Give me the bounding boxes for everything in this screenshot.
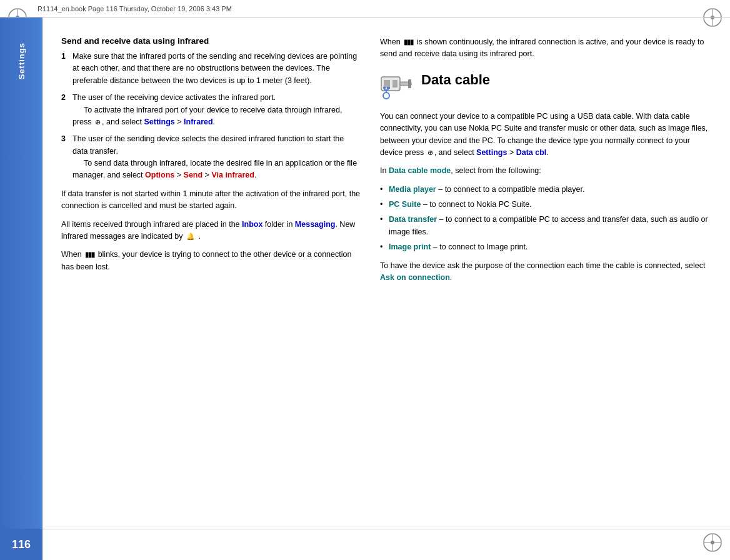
sidebar: Settings	[0, 18, 42, 529]
page-number: 116	[0, 529, 42, 560]
svg-rect-17	[384, 80, 390, 88]
bullet-dot-3: •	[380, 241, 385, 253]
intro-before: When	[380, 38, 401, 46]
menu-icon-2: ⊕	[95, 117, 101, 128]
bullet-link-3: Image print	[389, 242, 431, 251]
svg-rect-27	[387, 87, 390, 89]
step-3-sep2: >	[205, 171, 212, 179]
bullet-link-1: PC Suite	[389, 200, 421, 209]
dc-link2: Data cbl	[516, 148, 547, 157]
mode-link: Data cable mode	[389, 166, 451, 175]
step-2-sep: >	[177, 118, 184, 126]
para2: All items received through infrared are …	[61, 219, 361, 243]
bullet-text-1: PC Suite – to connect to Nokia PC Suite.	[389, 199, 532, 211]
data-cable-para1: You can connect your device to a compati…	[380, 111, 711, 159]
step-1: 1 Make sure that the infrared ports of t…	[61, 51, 361, 87]
dc-link1: Settings	[476, 148, 507, 157]
data-cable-title-area: Data cable	[421, 72, 490, 88]
data-cable-title: Data cable	[421, 72, 490, 88]
bullet-item-1: • PC Suite – to connect to Nokia PC Suit…	[380, 199, 711, 211]
step-2-link1: Settings	[144, 118, 174, 126]
bullet-dot-1: •	[380, 199, 385, 211]
bullet-desc-2: – to connect to a compatible PC to acces…	[389, 215, 708, 236]
header-text: R1114_en.book Page 116 Thursday, October…	[38, 5, 232, 12]
para3: When ▮▮▮ blinks, your device is trying t…	[61, 249, 361, 273]
para2-link1: Inbox	[242, 220, 262, 229]
infrared-blink-icon: ▮▮▮	[85, 249, 94, 260]
mode-para: In Data cable mode, select from the foll…	[380, 165, 711, 177]
step-3-link2: Send	[184, 171, 203, 179]
step-2-instruction: To activate the infrared port of your de…	[72, 106, 342, 126]
para2-before: All items received through infrared are …	[61, 220, 242, 229]
bullet-text-2: Data transfer – to connect to a compatib…	[389, 214, 711, 238]
closing-para: To have the device ask the purpose of th…	[380, 260, 711, 284]
step-3-content: The user of the sending device selects t…	[72, 133, 361, 182]
bullet-item-0: • Media player – to connect to a compati…	[380, 184, 711, 196]
para2-mid: folder in	[262, 220, 294, 229]
step-3-text-before: The user of the sending device selects t…	[72, 134, 344, 155]
infrared-active-icon: ▮▮▮	[404, 37, 413, 48]
section-title: Send and receive data using infrared	[61, 36, 361, 46]
step-3-num: 3	[61, 133, 69, 182]
bullet-desc-0: – to connect to a compatible media playe…	[436, 185, 585, 194]
main-content: Send and receive data using infrared 1 M…	[42, 18, 730, 529]
closing-after: .	[450, 273, 452, 282]
bullet-desc-3: – to connect to Image print.	[431, 242, 528, 251]
svg-rect-20	[408, 79, 411, 88]
step-2-text-before: The user of the receiving device activat…	[72, 93, 276, 102]
step-1-text: Make sure that the infrared ports of the…	[72, 51, 361, 87]
step-1-num: 1	[61, 51, 69, 87]
bullet-text-0: Media player – to connect to a compatibl…	[389, 184, 584, 196]
step-3: 3 The user of the sending device selects…	[61, 133, 361, 182]
bullet-link-2: Data transfer	[389, 215, 437, 224]
bullet-text-3: Image print – to connect to Image print.	[389, 241, 528, 253]
data-cable-icon	[380, 72, 412, 104]
step-2: 2 The user of the receiving device activ…	[61, 92, 361, 128]
para3-before: When	[61, 250, 82, 259]
step-3-period: .	[254, 171, 256, 179]
svg-rect-26	[383, 87, 386, 89]
right-column: When ▮▮▮ is shown continuously, the infr…	[380, 36, 711, 516]
svg-rect-18	[392, 80, 398, 88]
sidebar-label: Settings	[17, 42, 26, 79]
bullet-item-2: • Data transfer – to connect to a compat…	[380, 214, 711, 238]
step-3-link1: Options	[145, 171, 174, 179]
svg-point-21	[383, 92, 389, 99]
para3-after: blinks, your device is trying to connect…	[61, 250, 351, 271]
header-bar: R1114_en.book Page 116 Thursday, October…	[0, 0, 730, 18]
menu-icon-dc: ⊕	[428, 148, 433, 158]
step-2-period: .	[213, 118, 215, 126]
dc-sep: >	[509, 148, 516, 157]
mode-after: , select from the following:	[451, 166, 541, 175]
intro-para: When ▮▮▮ is shown continuously, the infr…	[380, 36, 711, 61]
bullet-list: • Media player – to connect to a compati…	[380, 184, 711, 254]
data-cable-header: Data cable	[380, 72, 711, 104]
step-2-link2: Infrared	[184, 118, 213, 126]
step-3-instruction: To send data through infrared, locate th…	[72, 159, 357, 179]
para2-link2: Messaging	[295, 220, 336, 229]
bullet-item-3: • Image print – to connect to Image prin…	[380, 241, 711, 253]
step-3-sep1: >	[177, 171, 184, 179]
intro-after: is shown continuously, the infrared conn…	[380, 38, 704, 58]
step-3-link3: Via infrared	[211, 171, 254, 179]
bullet-desc-1: – to connect to Nokia PC Suite.	[421, 200, 531, 209]
step-2-num: 2	[61, 92, 69, 128]
left-column: Send and receive data using infrared 1 M…	[61, 36, 361, 516]
bullet-dot-0: •	[380, 184, 385, 196]
closing-link: Ask on connection	[380, 273, 450, 282]
dc-para1-end: .	[546, 148, 548, 157]
bottom-bar: 116	[0, 529, 730, 560]
bullet-dot-2: •	[380, 214, 385, 238]
para1: If data transfer is not started within 1…	[61, 188, 361, 212]
bullet-link-0: Media player	[389, 185, 436, 194]
closing-before: To have the device ask the purpose of th…	[380, 261, 705, 270]
mode-before: In	[380, 166, 389, 175]
steps-list: 1 Make sure that the infrared ports of t…	[61, 51, 361, 182]
step-2-content: The user of the receiving device activat…	[72, 92, 361, 128]
inbox-icon: 🔔	[186, 231, 195, 242]
